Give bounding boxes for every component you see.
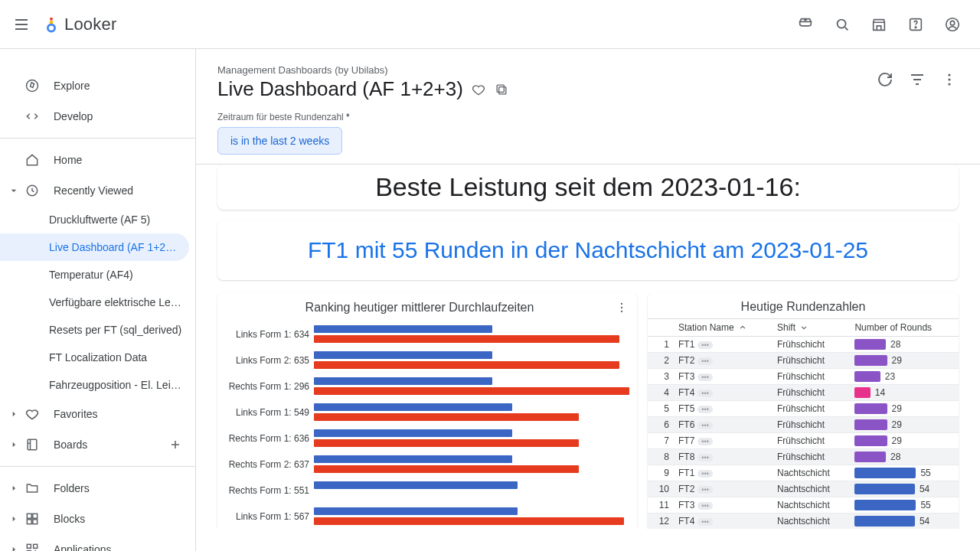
svg-point-25	[621, 307, 622, 308]
table-row[interactable]: 9FT1•••Nachtschicht55	[648, 465, 959, 481]
svg-rect-20	[497, 85, 504, 92]
app-name: Looker	[64, 15, 116, 34]
filter-label: Zeitraum für beste Rundenzahl *	[217, 112, 959, 122]
more-vert-icon[interactable]	[614, 300, 629, 315]
svg-rect-11	[28, 439, 37, 449]
sidebar-item-label: Fahrzeugposition - El. Leistung	[49, 379, 183, 391]
bar-label: Links Form 1: 549	[225, 407, 314, 418]
svg-rect-19	[499, 86, 506, 93]
folder-icon	[24, 481, 40, 496]
page-title: Live Dashboard (AF 1+2+3)	[217, 77, 463, 101]
table-row[interactable]: 10FT2•••Nachtschicht54	[648, 481, 959, 497]
account-icon[interactable]	[937, 9, 968, 40]
rounds-table: Station Name Shift Number of Rounds	[648, 318, 959, 529]
logo[interactable]: Looker	[43, 15, 116, 34]
svg-rect-12	[27, 514, 31, 518]
nav-applications[interactable]: Applications	[0, 534, 195, 551]
table-row[interactable]: 7FT7•••Frühschicht29	[648, 433, 959, 449]
table-row[interactable]: 4FT4•••Frühschicht14	[648, 385, 959, 401]
ranking-bars: Links Form 1: 634Links Form 2: 635Rechts…	[217, 320, 637, 529]
dashboard-header: Management Dashboards (by Ubilabs) Live …	[196, 49, 980, 165]
bar-label: Links Form 2: 635	[225, 355, 314, 366]
sidebar-item-label: Verfügbare elektrische Leistu…	[49, 296, 183, 308]
bar-canvas	[314, 402, 629, 423]
bar-row: Rechts Form 1: 551	[225, 478, 629, 504]
svg-point-23	[948, 83, 950, 85]
add-icon[interactable]	[168, 437, 183, 452]
breadcrumb[interactable]: Management Dashboards (by Ubilabs)	[217, 64, 959, 76]
sidebar-item-recent[interactable]: Temperatur (AF4)	[0, 261, 195, 289]
sidebar-item-recent[interactable]: Fahrzeugposition - El. Leistung	[0, 371, 195, 399]
nav-recent[interactable]: Recently Viewed	[0, 175, 195, 206]
bar-label: Rechts Form 2: 637	[225, 459, 314, 470]
svg-rect-15	[33, 520, 38, 524]
sidebar-item-recent[interactable]: FT Localization Data	[0, 344, 195, 371]
nav-folders[interactable]: Folders	[0, 473, 195, 504]
col-rounds[interactable]: Number of Rounds	[850, 319, 959, 337]
sidebar: Explore Develop Home Recently Viewed Dru…	[0, 49, 196, 551]
table-row[interactable]: 2FT2•••Frühschicht29	[648, 353, 959, 369]
table-row[interactable]: 3FT3•••Frühschicht23	[648, 369, 959, 385]
topbar: Looker	[0, 0, 980, 49]
table-row[interactable]: 12FT4•••Nachtschicht54	[648, 514, 959, 530]
more-vert-icon[interactable]	[940, 70, 959, 89]
sort-desc-icon	[799, 322, 809, 333]
tile-best-value: FT1 mit 55 Runden in der Nachtschicht am…	[217, 220, 959, 280]
nav-favorites[interactable]: Favorites	[0, 399, 195, 429]
bar-row: Links Form 1: 634	[225, 321, 629, 347]
bar-canvas	[314, 506, 629, 527]
bar-label: Rechts Form 1: 551	[225, 485, 314, 496]
bar-label: Rechts Form 1: 296	[225, 381, 314, 392]
sidebar-item-recent[interactable]: Druckluftwerte (AF 5)	[0, 206, 195, 233]
filter-icon[interactable]	[908, 70, 926, 89]
nav-develop[interactable]: Develop	[0, 101, 195, 132]
col-station[interactable]: Station Name	[674, 319, 773, 337]
bar-row: Links Form 1: 567	[225, 504, 629, 529]
refresh-icon[interactable]	[876, 70, 894, 89]
svg-point-6	[915, 26, 916, 27]
nav-boards[interactable]: Boards	[0, 429, 195, 460]
chevron-right-icon	[8, 439, 20, 451]
bar-row: Rechts Form 1: 636	[225, 425, 629, 452]
table-row[interactable]: 5FT5•••Frühschicht29	[648, 401, 959, 417]
sidebar-item-label: Resets per FT (sql_derived)	[49, 324, 181, 336]
store-icon[interactable]	[864, 9, 894, 40]
search-icon[interactable]	[827, 9, 858, 40]
clock-icon	[24, 183, 40, 198]
copy-dashboard-icon[interactable]	[494, 82, 509, 97]
table-row[interactable]: 1FT1•••Frühschicht28	[648, 337, 959, 353]
menu-icon[interactable]	[12, 15, 31, 34]
svg-rect-16	[27, 544, 31, 548]
chevron-down-icon	[8, 184, 20, 197]
nav-blocks[interactable]: Blocks	[0, 504, 195, 534]
looker-icon	[43, 16, 60, 33]
bar-row: Links Form 1: 549	[225, 399, 629, 425]
home-icon	[24, 152, 40, 168]
filter-chip[interactable]: is in the last 2 weeks	[217, 127, 342, 155]
svg-point-24	[621, 303, 622, 305]
bar-label: Links Form 1: 567	[225, 511, 314, 522]
svg-point-4	[838, 19, 846, 28]
header-actions	[876, 70, 959, 89]
sidebar-item-recent[interactable]: Live Dashboard (AF 1+2+3)	[0, 233, 189, 261]
svg-point-26	[621, 311, 622, 312]
bar-row: Links Form 2: 635	[225, 347, 629, 373]
svg-point-8	[950, 21, 955, 25]
table-row[interactable]: 8FT8•••Frühschicht28	[648, 449, 959, 465]
recent-list: Druckluftwerte (AF 5)Live Dashboard (AF …	[0, 206, 195, 399]
table-row[interactable]: 6FT6•••Frühschicht29	[648, 417, 959, 433]
sidebar-item-label: Live Dashboard (AF 1+2+3)	[49, 241, 177, 253]
nav-home[interactable]: Home	[0, 145, 195, 175]
nav-explore[interactable]: Explore	[0, 70, 195, 101]
chevron-right-icon	[8, 482, 20, 494]
table-row[interactable]: 11FT3•••Nachtschicht55	[648, 497, 959, 514]
svg-point-2	[47, 24, 54, 31]
heart-outline-icon[interactable]	[471, 82, 486, 97]
col-shift[interactable]: Shift	[773, 319, 850, 337]
sidebar-item-recent[interactable]: Verfügbare elektrische Leistu…	[0, 289, 195, 316]
chevron-right-icon	[8, 408, 20, 420]
svg-point-3	[805, 18, 806, 20]
sidebar-item-recent[interactable]: Resets per FT (sql_derived)	[0, 316, 195, 344]
marketplace-icon[interactable]	[790, 9, 821, 40]
help-icon[interactable]	[900, 9, 931, 40]
